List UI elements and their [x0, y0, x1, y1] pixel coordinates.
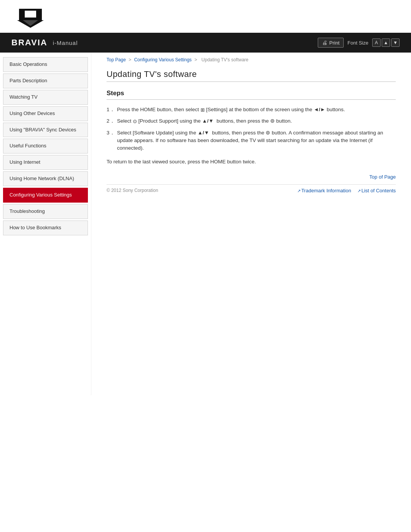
sidebar: Basic Operations Parts Description Watch…: [0, 53, 91, 395]
top-of-page-link[interactable]: Top of Page: [370, 174, 396, 180]
main-layout: Basic Operations Parts Description Watch…: [0, 53, 411, 395]
step-3-num: 3．: [107, 129, 115, 137]
settings-icon: ⊞: [201, 107, 205, 113]
confirm-icon-2: ⊚: [270, 118, 275, 124]
breadcrumb-current: Updating TV's software: [201, 57, 248, 62]
step-2: 2． Select ⊙ [Product Support] using the …: [107, 117, 396, 125]
sidebar-item-how-to-use-bookmarks[interactable]: How to Use Bookmarks: [3, 220, 88, 235]
sidebar-item-troubleshooting[interactable]: Troubleshooting: [3, 204, 88, 219]
sidebar-item-using-home-network[interactable]: Using Home Network (DLNA): [3, 171, 88, 186]
breadcrumb-sep1: >: [129, 57, 131, 62]
breadcrumb-sep2: >: [194, 57, 197, 62]
sidebar-item-basic-operations[interactable]: Basic Operations: [3, 57, 88, 72]
header-bar: BRAVIA i-Manual 🖨 Print Font Size A ▲ ▼: [0, 33, 411, 53]
font-a-indicator: A: [372, 38, 381, 47]
sidebar-item-configuring-various-settings[interactable]: Configuring Various Settings: [3, 188, 88, 203]
font-increase-button[interactable]: ▲: [382, 38, 390, 47]
trademark-icon: ↗: [297, 189, 301, 193]
footer-links: ↗Trademark Information ↗List of Contents: [297, 188, 396, 193]
header-left: BRAVIA i-Manual: [11, 38, 78, 48]
sidebar-item-useful-functions[interactable]: Useful Functions: [3, 139, 88, 153]
step-3: 3． Select [Software Update] using the ▲/…: [107, 129, 396, 152]
imanual-label: i-Manual: [53, 40, 78, 46]
font-size-controls: A ▲ ▼: [372, 38, 400, 47]
list-of-contents-link[interactable]: ↗List of Contents: [357, 188, 396, 193]
sidebar-item-parts-description[interactable]: Parts Description: [3, 73, 88, 88]
confirm-icon-3: ⊚: [266, 130, 270, 136]
trademark-information-link[interactable]: ↗Trademark Information: [297, 188, 351, 193]
step-1: 1． Press the HOME button, then select ⊞ …: [107, 106, 396, 113]
step-2-text: Select ⊙ [Product Support] using the ▲/▼…: [117, 117, 396, 125]
step-2-num: 2．: [107, 117, 115, 125]
print-button[interactable]: 🖨 Print: [318, 38, 344, 48]
steps-heading: Steps: [107, 89, 396, 97]
sony-logo: [15, 7, 46, 28]
return-note: To return to the last viewed source, pre…: [107, 158, 396, 166]
product-support-icon: ⊙: [133, 118, 137, 124]
copyright: © 2012 Sony Corporation: [107, 188, 158, 193]
svg-rect-2: [25, 11, 36, 18]
print-icon: 🖨: [322, 40, 327, 46]
print-label: Print: [329, 40, 339, 46]
list-icon: ↗: [357, 189, 361, 193]
title-divider: [107, 81, 396, 82]
top-of-page-container: Top of Page: [107, 166, 396, 183]
header-right: 🖨 Print Font Size A ▲ ▼: [318, 38, 400, 48]
steps-list: 1． Press the HOME button, then select ⊞ …: [107, 106, 396, 152]
breadcrumb-configuring[interactable]: Configuring Various Settings: [134, 57, 191, 62]
content-area: Top Page > Configuring Various Settings …: [91, 53, 411, 395]
footer-bar: © 2012 Sony Corporation ↗Trademark Infor…: [107, 184, 396, 193]
breadcrumb-top-page[interactable]: Top Page: [107, 57, 126, 62]
step-1-num: 1．: [107, 106, 115, 113]
sidebar-item-using-other-devices[interactable]: Using Other Devices: [3, 106, 88, 121]
bravia-title: BRAVIA: [11, 38, 48, 48]
sidebar-item-using-bravia-sync[interactable]: Using "BRAVIA" Sync Devices: [3, 123, 88, 137]
font-size-label: Font Size: [347, 40, 368, 46]
font-decrease-button[interactable]: ▼: [391, 38, 400, 47]
steps-divider: [107, 99, 396, 100]
step-3-text: Select [Software Update] using the ▲/▼ b…: [117, 129, 396, 152]
breadcrumb: Top Page > Configuring Various Settings …: [107, 53, 396, 66]
logo-area: [0, 0, 411, 33]
sidebar-item-using-internet[interactable]: Using Internet: [3, 155, 88, 170]
sidebar-item-watching-tv[interactable]: Watching TV: [3, 90, 88, 105]
page-title: Updating TV's software: [107, 69, 396, 79]
step-1-text: Press the HOME button, then select ⊞ [Se…: [117, 106, 396, 113]
